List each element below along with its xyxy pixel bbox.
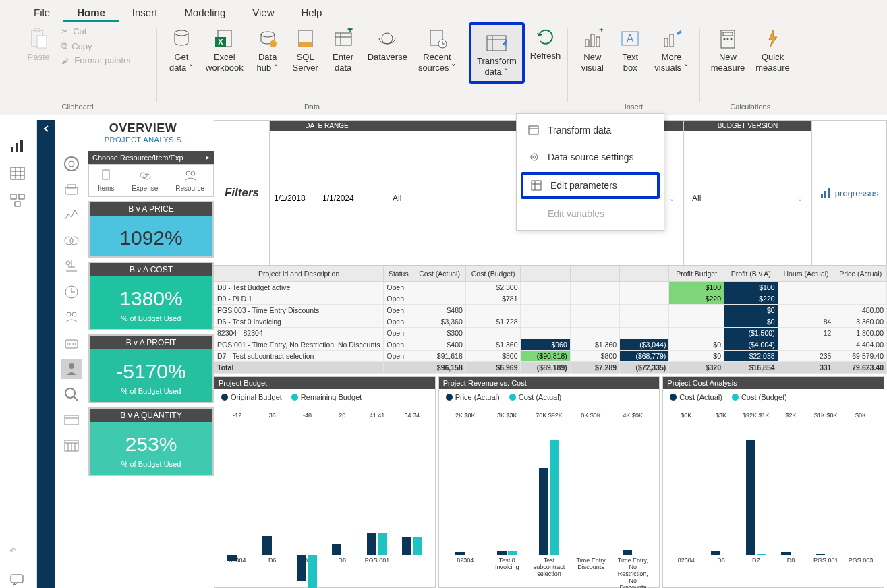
date-to-input[interactable]: [322, 194, 368, 203]
more-visuals-icon: [660, 28, 682, 49]
table-row[interactable]: D8 - Test Budget activeOpen$2,300$100$10…: [214, 282, 887, 293]
menu-view[interactable]: View: [239, 3, 287, 22]
new-visual-label: Newvisual: [581, 52, 604, 73]
new-measure-button[interactable]: Newmeasure: [706, 24, 751, 74]
data-hub-button[interactable]: Datahub ˅: [249, 24, 287, 74]
nav-icon-8[interactable]: [61, 333, 82, 353]
sql-icon: [295, 28, 316, 49]
nav-collapse-strip[interactable]: [37, 120, 55, 588]
sql-server-button[interactable]: SQLServer: [287, 24, 324, 74]
svg-point-36: [533, 156, 536, 158]
table-row[interactable]: D9 - PLD 1Open$781$220$220: [214, 293, 887, 305]
svg-point-32: [730, 38, 732, 40]
menu-edit-parameters[interactable]: Edit parameters: [521, 172, 660, 199]
seg-items[interactable]: Items: [98, 169, 114, 192]
chevron-down-icon: ⌄: [797, 194, 803, 203]
data-view-icon[interactable]: [9, 166, 27, 181]
chart-project-budget[interactable]: Project Budget Original Budget Remaining…: [214, 376, 436, 588]
svg-rect-81: [824, 191, 826, 198]
table-row[interactable]: D7 - Test subcontract selectionOpen$91,6…: [214, 351, 887, 362]
chart-revenue-cost[interactable]: Project Revenue vs. Cost Price (Actual) …: [438, 376, 660, 588]
new-measure-label: Newmeasure: [711, 52, 745, 73]
textbox-label: Textbox: [622, 52, 638, 73]
menu-home[interactable]: Home: [63, 3, 119, 22]
table-row[interactable]: PGS 001 - Time Entry, No Restriction, No…: [214, 339, 887, 351]
report-canvas: OVERVIEW PROJECT ANALYSIS: [37, 120, 887, 588]
chart-cost-analysis[interactable]: Project Cost Analysis Cost (Actual) Cost…: [662, 376, 884, 588]
format-painter-button[interactable]: 🖌Format painter: [61, 55, 132, 65]
parameters-icon: [530, 179, 544, 192]
recent-sources-button[interactable]: Recentsources ˅: [413, 24, 461, 74]
svg-rect-21: [591, 34, 594, 47]
kpi-quantity: B v A QUANTITY 253%% of Budget Used: [88, 407, 214, 476]
svg-line-67: [74, 396, 78, 401]
svg-point-78: [186, 171, 190, 175]
svg-rect-43: [11, 167, 24, 179]
report-view-icon[interactable]: [9, 139, 27, 154]
new-visual-button[interactable]: + Newvisual: [573, 24, 611, 74]
menu-data-source-settings[interactable]: Data source settings: [517, 144, 664, 171]
table-row[interactable]: 82304 - 82304Open$300($1,500)121,800.00: [214, 328, 887, 339]
table-row[interactable]: PGS 003 - Time Entry DiscountsOpen$480$0…: [214, 305, 887, 316]
logo-icon: [820, 187, 832, 198]
gear-icon: [527, 150, 541, 164]
refresh-button[interactable]: Refresh: [525, 22, 567, 63]
transform-icon: [486, 32, 507, 53]
menu-modeling[interactable]: Modeling: [171, 3, 239, 22]
copy-button[interactable]: ⧉Copy: [61, 40, 132, 51]
filter-budget-version: BUDGET VERSION All⌄: [684, 121, 812, 265]
page-subtitle: PROJECT ANALYSIS: [72, 136, 214, 144]
svg-text:X: X: [218, 38, 223, 46]
menu-insert[interactable]: Insert: [119, 3, 171, 22]
transform-data-button[interactable]: Transformdata ˅: [469, 22, 525, 84]
nav-icon-1[interactable]: [61, 154, 82, 174]
budget-select[interactable]: All⌄: [688, 194, 807, 203]
nav-icon-4[interactable]: [61, 231, 82, 251]
kpi-cost: B v A COST 1380%% of Budget Used: [88, 262, 214, 330]
svg-rect-29: [723, 32, 733, 36]
nav-icon-11[interactable]: [61, 410, 82, 430]
dataverse-button[interactable]: Dataverse: [362, 24, 413, 64]
svg-point-8: [270, 40, 277, 47]
seg-resource[interactable]: Resource: [175, 169, 204, 192]
undo-icon[interactable]: ↶: [9, 546, 27, 561]
svg-rect-33: [529, 126, 538, 134]
excel-workbook-button[interactable]: X Excelworkbook: [200, 24, 249, 74]
svg-point-65: [69, 363, 74, 369]
nav-icon-12[interactable]: [61, 436, 82, 456]
date-from-input[interactable]: [274, 194, 320, 203]
dataverse-icon: [376, 28, 398, 49]
get-data-button[interactable]: Getdata ˅: [163, 24, 200, 74]
svg-rect-49: [19, 194, 24, 199]
nav-icon-3[interactable]: [61, 205, 82, 225]
nav-icon-6[interactable]: [61, 282, 82, 302]
enter-data-button[interactable]: + Enterdata: [324, 24, 362, 74]
cut-button[interactable]: ✂Cut: [61, 26, 132, 36]
text-box-button[interactable]: A Textbox: [611, 24, 649, 74]
svg-point-52: [65, 157, 78, 171]
more-visuals-button[interactable]: Morevisuals ˅: [649, 24, 693, 74]
chart-icon: +: [581, 28, 603, 49]
nav-icon-5[interactable]: [61, 256, 82, 276]
nav-icon-10[interactable]: [61, 384, 82, 405]
svg-point-66: [65, 388, 75, 398]
comment-icon[interactable]: [9, 573, 27, 588]
chevron-right-icon[interactable]: ▸: [206, 153, 210, 162]
nav-icon-7[interactable]: [61, 307, 82, 328]
cut-icon: ✂: [61, 26, 69, 36]
status-select-1[interactable]: All⌄: [389, 194, 533, 203]
table-row[interactable]: D6 - Test 0 InvoicingOpen$3,360$1,728$08…: [214, 316, 887, 328]
menu-transform-data[interactable]: Transform data: [517, 117, 664, 144]
seg-expense[interactable]: Expense: [132, 169, 158, 192]
svg-rect-40: [11, 147, 13, 152]
nav-icon-9[interactable]: [61, 359, 82, 379]
quick-measure-button[interactable]: Quickmeasure: [750, 24, 795, 74]
svg-rect-80: [821, 194, 823, 198]
menu-help[interactable]: Help: [288, 3, 336, 22]
menu-file[interactable]: File: [20, 3, 63, 22]
model-view-icon[interactable]: [9, 193, 27, 208]
nav-icon-2[interactable]: [61, 179, 82, 200]
dataverse-label: Dataverse: [368, 52, 407, 63]
transform-data-icon: [527, 123, 541, 137]
paste-button[interactable]: Paste: [20, 24, 57, 64]
